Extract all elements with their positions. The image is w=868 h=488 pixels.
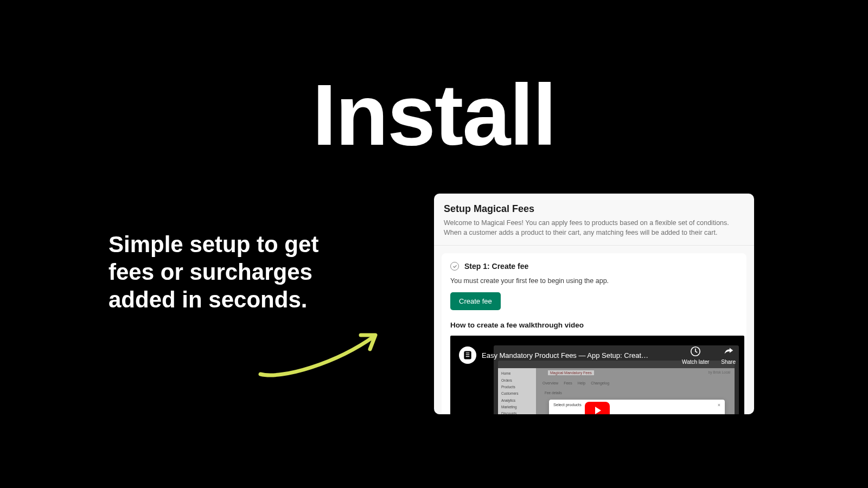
video-title: Easy Mandatory Product Fees — App Setup:… xyxy=(482,351,676,359)
video-select-products-modal: Select products × xyxy=(549,400,725,414)
step-description: You must create your first fee to begin … xyxy=(450,277,738,285)
tab-overview: Overview xyxy=(542,381,558,385)
play-icon[interactable] xyxy=(585,402,610,414)
walkthrough-title: How to create a fee walkthrough video xyxy=(450,321,738,329)
watch-later-label: Watch later xyxy=(682,359,709,365)
setup-card: Setup Magical Fees Welcome to Magical Fe… xyxy=(434,194,754,414)
setup-card-title: Setup Magical Fees xyxy=(444,203,744,215)
setup-card-body: Step 1: Create fee You must create your … xyxy=(442,253,746,414)
setup-card-description: Welcome to Magical Fees! You can apply f… xyxy=(444,218,744,237)
setup-card-header: Setup Magical Fees Welcome to Magical Fe… xyxy=(434,194,754,246)
clock-icon xyxy=(690,345,701,357)
share-icon xyxy=(723,345,735,357)
marketing-subtext: Simple setup to get fees or surcharges a… xyxy=(108,230,336,314)
video-admin-sidebar: Home Orders Products Customers Analytics… xyxy=(498,368,536,414)
nav-orders: Orders xyxy=(501,377,533,384)
nav-analytics: Analytics xyxy=(501,397,533,404)
tab-fees: Fees xyxy=(564,381,572,385)
share-label: Share xyxy=(721,359,736,365)
video-admin-byline: by Brisk Local xyxy=(709,370,730,374)
watch-later-button[interactable]: Watch later xyxy=(682,345,709,365)
video-overlay-header: Easy Mandatory Product Fees — App Setup:… xyxy=(459,345,736,365)
check-circle-icon xyxy=(450,262,459,271)
video-admin-app-title: Magical Mandatory Fees xyxy=(548,370,594,375)
walkthrough-video[interactable]: Home Orders Products Customers Analytics… xyxy=(450,336,744,414)
nav-products: Products xyxy=(501,384,533,390)
page-heading: Install xyxy=(0,65,868,165)
svg-rect-0 xyxy=(464,351,471,359)
modal-title: Select products xyxy=(553,402,582,407)
video-admin-tabs: Overview Fees Help Changelog xyxy=(542,381,609,385)
share-button[interactable]: Share xyxy=(721,345,736,365)
step-row: Step 1: Create fee xyxy=(450,262,738,271)
nav-discounts: Discounts xyxy=(501,410,533,414)
create-fee-button[interactable]: Create fee xyxy=(450,292,501,310)
tab-help: Help xyxy=(578,381,585,385)
video-fee-details-label: Fee details xyxy=(545,391,562,395)
nav-customers: Customers xyxy=(501,390,533,397)
tab-changelog: Changelog xyxy=(591,381,609,385)
close-icon: × xyxy=(718,402,720,408)
step-title: Step 1: Create fee xyxy=(464,262,528,271)
arrow-icon xyxy=(250,320,396,385)
nav-home: Home xyxy=(501,370,533,377)
nav-marketing: Marketing xyxy=(501,404,533,410)
channel-avatar-icon xyxy=(459,346,476,364)
